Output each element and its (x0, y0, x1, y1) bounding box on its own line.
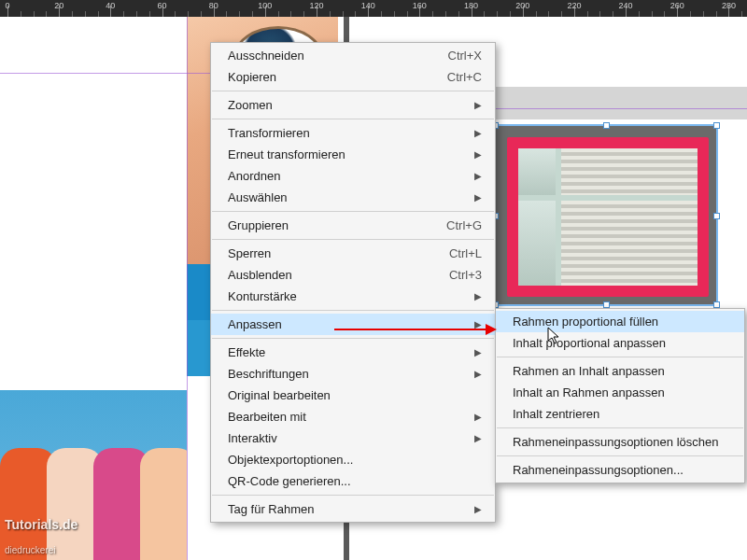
submenu-fit-content-prop[interactable]: Inhalt proportional anpassen (496, 332, 744, 354)
submenu-arrow-icon: ▶ (474, 192, 482, 203)
menu-transform[interactable]: Transformieren ▶ (211, 122, 495, 144)
menu-zoom[interactable]: Zoomen ▶ (211, 94, 495, 116)
submenu-fill-proportional[interactable]: Rahmen proportional füllen (496, 311, 744, 332)
submenu-center-content[interactable]: Inhalt zentrieren (496, 403, 744, 425)
menu-label: Interaktiv (228, 431, 277, 445)
menu-tag-frame[interactable]: Tag für Rahmen ▶ (211, 498, 495, 520)
submenu-arrow-icon: ▶ (474, 369, 482, 379)
app-window: 020406080100120140160180200220240260280 … (0, 0, 747, 560)
menu-label: Anpassen (228, 317, 282, 331)
menu-label: Inhalt zentrieren (513, 407, 599, 421)
selection-handle-s[interactable] (603, 301, 610, 308)
red-window-image (507, 137, 709, 297)
submenu-arrow-icon: ▶ (474, 100, 482, 110)
menu-label: Original bearbeiten (228, 388, 331, 402)
ruler-label: 60 (158, 1, 167, 10)
submenu-arrow-icon: ▶ (474, 171, 482, 181)
submenu-clear-fit-options[interactable]: Rahmeneinpassungsoptionen löschen (496, 431, 744, 453)
menu-stroke[interactable]: Konturstärke ▶ (211, 286, 495, 307)
menu-label: Inhalt an Rahmen anpassen (513, 385, 665, 399)
ruler-label: 280 (722, 1, 736, 10)
selection-handle-ne[interactable] (713, 122, 720, 129)
submenu-content-to-frame[interactable]: Inhalt an Rahmen anpassen (496, 382, 744, 403)
menu-shortcut: Ctrl+C (447, 70, 482, 84)
menu-label: Beschriftungen (228, 367, 309, 381)
menu-shortcut: Ctrl+G (446, 218, 482, 232)
menu-shortcut: Ctrl+3 (449, 268, 482, 282)
menu-label: Inhalt proportional anpassen (513, 336, 666, 350)
ruler-label: 120 (310, 1, 324, 10)
menu-label: Gruppieren (228, 218, 289, 232)
menu-captions[interactable]: Beschriftungen ▶ (211, 363, 495, 385)
submenu-arrow-icon: ▶ (474, 412, 482, 422)
menu-lock[interactable]: Sperren Ctrl+L (211, 243, 495, 264)
ruler-label: 200 (515, 1, 529, 10)
submenu-arrow-icon: ▶ (474, 504, 482, 514)
watermark-text: Tutorials.de (5, 517, 78, 532)
menu-label: Bearbeiten mit (228, 410, 306, 424)
submenu-frame-fit-options[interactable]: Rahmeneinpassungsoptionen... (496, 459, 744, 481)
selected-image-frame[interactable] (494, 124, 718, 306)
menu-select[interactable]: Auswählen ▶ (211, 187, 495, 208)
ruler-label: 140 (361, 1, 375, 10)
submenu-frame-to-content[interactable]: Rahmen an Inhalt anpassen (496, 360, 744, 382)
menu-object-export[interactable]: Objektexportoptionen... (211, 449, 495, 470)
image-strip-1[interactable] (187, 264, 210, 320)
ruler-label: 260 (670, 1, 684, 10)
menu-edit-with[interactable]: Bearbeiten mit ▶ (211, 406, 495, 427)
window-pane (518, 148, 556, 195)
menu-label: Rahmen proportional füllen (513, 315, 658, 329)
ruler-label: 160 (413, 1, 427, 10)
guide-vertical[interactable] (187, 17, 188, 560)
menu-cut[interactable]: Ausschneiden Ctrl+X (211, 45, 495, 66)
menu-interactive[interactable]: Interaktiv ▶ (211, 427, 495, 449)
selection-handle-se[interactable] (713, 301, 720, 308)
watermark-subtext: diedruckerei (5, 545, 55, 555)
menu-separator (212, 239, 494, 240)
menu-label: Auswählen (228, 190, 288, 204)
menu-group[interactable]: Gruppieren Ctrl+G (211, 215, 495, 236)
ruler-label: 240 (619, 1, 633, 10)
ruler-label: 180 (464, 1, 478, 10)
menu-separator (497, 455, 743, 456)
submenu-arrow-icon: ▶ (474, 347, 482, 357)
menu-separator (212, 91, 494, 91)
context-submenu-fit: Rahmen proportional füllen Inhalt propor… (495, 308, 745, 483)
menu-separator (212, 495, 494, 496)
menu-separator (497, 427, 743, 428)
menu-separator (497, 357, 743, 357)
menu-arrange[interactable]: Anordnen ▶ (211, 165, 495, 187)
menu-shortcut: Ctrl+X (448, 49, 482, 63)
menu-label: Ausschneiden (228, 49, 304, 63)
menu-label: Anordnen (228, 169, 280, 183)
horizontal-ruler[interactable]: 020406080100120140160180200220240260280 (0, 0, 747, 17)
selection-handle-e[interactable] (713, 213, 720, 219)
menu-label: Rahmeneinpassungsoptionen... (513, 463, 684, 477)
menu-effects[interactable]: Effekte ▶ (211, 342, 495, 363)
submenu-arrow-icon: ▶ (474, 433, 482, 443)
context-menu: Ausschneiden Ctrl+X Kopieren Ctrl+C Zoom… (210, 42, 496, 523)
submenu-arrow-icon: ▶ (474, 149, 482, 160)
menu-separator (212, 211, 494, 212)
image-children-frame[interactable]: Tutorials.de diedruckerei (0, 390, 187, 560)
ruler-label: 100 (258, 1, 272, 10)
menu-copy[interactable]: Kopieren Ctrl+C (211, 66, 495, 88)
menu-label: Rahmeneinpassungsoptionen löschen (513, 435, 718, 449)
menu-hide[interactable]: Ausblenden Ctrl+3 (211, 264, 495, 286)
ruler-label: 220 (567, 1, 581, 10)
window-pane-blinds (561, 201, 698, 286)
menu-label: Kopieren (228, 70, 276, 84)
menu-edit-original[interactable]: Original bearbeiten (211, 385, 495, 406)
menu-label: Zoomen (228, 98, 273, 112)
annotation-arrow-icon (334, 329, 495, 330)
menu-retransform[interactable]: Erneut transformieren ▶ (211, 144, 495, 165)
image-strip-2[interactable] (187, 320, 210, 376)
menu-label: Konturstärke (228, 289, 297, 303)
menu-shortcut: Ctrl+L (449, 246, 482, 260)
menu-label: Rahmen an Inhalt anpassen (513, 364, 665, 378)
menu-qr-code[interactable]: QR-Code generieren... (211, 470, 495, 492)
menu-label: Objektexportoptionen... (228, 453, 353, 467)
menu-fit[interactable]: Anpassen ▶ (211, 314, 495, 335)
submenu-arrow-icon: ▶ (474, 128, 482, 138)
selection-handle-n[interactable] (603, 122, 610, 129)
